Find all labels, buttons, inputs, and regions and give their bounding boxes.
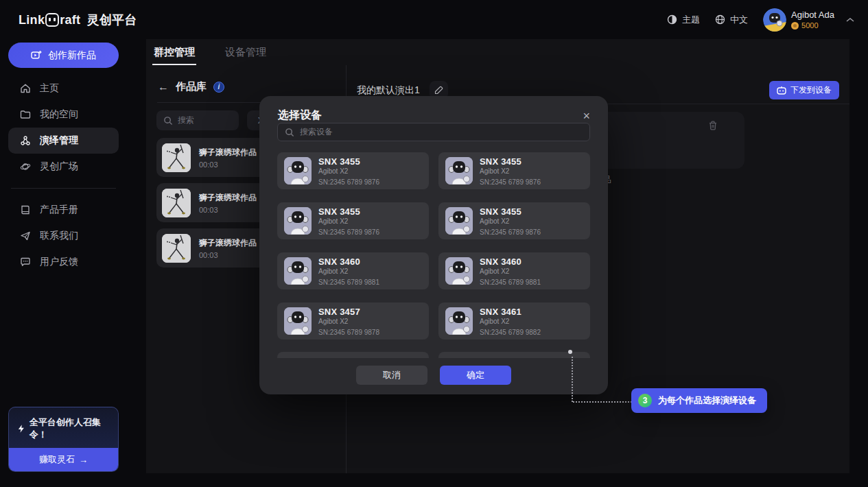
theme-icon bbox=[667, 14, 677, 25]
device-card[interactable]: SNX 3455 Agibot X2 SN:2345 6789 9876 bbox=[438, 152, 590, 189]
logo-cn: 灵创平台 bbox=[86, 12, 137, 28]
sidebar-item-label: 演绎管理 bbox=[40, 134, 78, 147]
coin-count: 5000 bbox=[801, 21, 818, 29]
promo-card: 全平台创作人召集令！ 成为首批"机器人导演"！ 赚取灵石 → bbox=[8, 407, 119, 472]
logo-text-left: Link bbox=[19, 13, 45, 27]
coin-icon bbox=[791, 22, 799, 29]
pencil-icon bbox=[434, 86, 443, 95]
device-name: SNX 3461 bbox=[480, 307, 541, 317]
sidebar: 创作新作品 主页 我的空间 演绎管理 灵创广场 产品手册 联系我们 bbox=[0, 39, 127, 487]
theme-toggle[interactable]: 主题 bbox=[667, 14, 700, 26]
library-title: 作品库 bbox=[176, 80, 207, 93]
modal-title: 选择设备 bbox=[278, 108, 322, 123]
chevron-up-icon[interactable] bbox=[846, 17, 854, 23]
device-search-input[interactable]: 搜索设备 bbox=[277, 123, 590, 141]
robot-avatar bbox=[445, 307, 473, 335]
work-duration: 00:03 bbox=[199, 161, 257, 169]
work-thumbnail bbox=[162, 189, 191, 217]
language-label: 中文 bbox=[730, 14, 748, 26]
paper-plane-icon bbox=[20, 230, 31, 241]
device-name: SNX 3455 bbox=[318, 156, 379, 167]
library-search-input[interactable]: 搜索 bbox=[156, 110, 239, 130]
earn-stones-button[interactable]: 赚取灵石 → bbox=[9, 448, 118, 471]
sidebar-item-label: 我的空间 bbox=[40, 108, 78, 121]
device-sn: SN:2345 6789 9876 bbox=[318, 228, 379, 236]
robot-face-icon bbox=[45, 13, 59, 27]
performance-title: 我的默认演出1 bbox=[357, 84, 420, 97]
device-name: SNX 3460 bbox=[480, 257, 541, 267]
sidebar-item-label: 联系我们 bbox=[40, 230, 78, 242]
confirm-button[interactable]: 确定 bbox=[440, 366, 511, 385]
device-model: Agibot X2 bbox=[318, 167, 379, 175]
device-card[interactable]: SNX 3460 Agibot X2 SN:2345 6789 9881 bbox=[277, 252, 429, 289]
nodes-icon bbox=[20, 135, 31, 146]
book-icon bbox=[20, 204, 31, 215]
sidebar-item-home[interactable]: 主页 bbox=[8, 75, 119, 102]
create-video-icon bbox=[31, 50, 42, 60]
back-arrow-icon[interactable]: ← bbox=[158, 81, 169, 93]
device-card[interactable]: SNX 3455 Agibot X2 SN:2345 6789 9876 bbox=[277, 152, 429, 189]
robot-avatar bbox=[445, 257, 473, 285]
sidebar-item-my-space[interactable]: 我的空间 bbox=[8, 102, 119, 128]
top-bar: Link raft 灵创平台 主题 中文 Agibot Ada 5000 bbox=[0, 0, 868, 39]
avatar bbox=[763, 8, 786, 32]
search-icon bbox=[163, 116, 173, 126]
feedback-comment-icon bbox=[20, 257, 31, 268]
work-thumbnail bbox=[162, 143, 191, 172]
device-card[interactable]: SNX 3455 Agibot X2 SN:2345 6789 9876 bbox=[277, 202, 429, 239]
device-card[interactable]: SNX 3460 Agibot X2 SN:2345 6789 9881 bbox=[438, 252, 590, 289]
sidebar-item-contact-us[interactable]: 联系我们 bbox=[8, 223, 119, 249]
sidebar-item-feedback[interactable]: 用户反馈 bbox=[8, 249, 119, 275]
theme-label: 主题 bbox=[682, 14, 700, 26]
management-tabs: 群控管理 设备管理 bbox=[152, 39, 268, 65]
sidebar-item-label: 产品手册 bbox=[40, 204, 78, 216]
create-new-work-button[interactable]: 创作新作品 bbox=[8, 43, 119, 68]
guide-dotted-line-vertical bbox=[572, 357, 573, 402]
promo-title: 全平台创作人召集令！ bbox=[30, 416, 110, 441]
close-icon[interactable]: × bbox=[583, 110, 590, 122]
robot-avatar bbox=[284, 207, 312, 235]
device-card[interactable]: SNX 3457 Agibot X2 SN:2345 6789 9878 bbox=[277, 302, 429, 340]
search-icon bbox=[285, 128, 294, 137]
device-grid: SNX 3455 Agibot X2 SN:2345 6789 9876 SNX… bbox=[277, 152, 590, 340]
arrow-right-icon: → bbox=[79, 455, 88, 465]
device-card[interactable]: SNX 3461 Agibot X2 SN:2345 6789 9882 bbox=[438, 302, 590, 340]
sidebar-divider bbox=[11, 188, 116, 189]
sidebar-item-plaza[interactable]: 灵创广场 bbox=[8, 154, 119, 180]
lightning-icon bbox=[17, 424, 25, 433]
trash-icon[interactable] bbox=[707, 120, 718, 131]
robot-avatar bbox=[284, 257, 312, 285]
cancel-button[interactable]: 取消 bbox=[356, 366, 427, 385]
robot-avatar bbox=[284, 157, 312, 185]
robot-avatar bbox=[284, 307, 312, 335]
device-model: Agibot X2 bbox=[480, 318, 541, 325]
globe-icon bbox=[715, 14, 725, 25]
deploy-to-device-button[interactable]: 下发到设备 bbox=[769, 81, 839, 99]
tab-group-control[interactable]: 群控管理 bbox=[152, 46, 196, 59]
brand-logo: Link raft 灵创平台 bbox=[19, 12, 137, 28]
sidebar-item-product-manual[interactable]: 产品手册 bbox=[8, 197, 119, 223]
sidebar-item-label: 灵创广场 bbox=[40, 161, 78, 173]
device-sn: SN:2345 6789 9876 bbox=[480, 228, 541, 236]
step-number-badge: 3 bbox=[638, 394, 652, 407]
robot-icon bbox=[777, 86, 786, 95]
device-sn: SN:2345 6789 9881 bbox=[480, 278, 541, 286]
language-switch[interactable]: 中文 bbox=[715, 14, 748, 26]
info-icon[interactable]: i bbox=[213, 82, 224, 93]
tab-device-management[interactable]: 设备管理 bbox=[224, 46, 268, 59]
deploy-label: 下发到设备 bbox=[790, 84, 832, 96]
create-label: 创作新作品 bbox=[48, 49, 96, 62]
device-list-overflow-peek bbox=[277, 352, 590, 358]
onboarding-step-tooltip: 3 为每个作品选择演绎设备 bbox=[631, 388, 767, 413]
work-title: 狮子滚绣球作品 bbox=[199, 237, 257, 249]
device-sn: SN:2345 6789 9876 bbox=[318, 178, 379, 186]
device-model: Agibot X2 bbox=[480, 217, 541, 225]
device-model: Agibot X2 bbox=[318, 268, 379, 275]
guide-anchor-dot bbox=[568, 350, 572, 354]
user-menu[interactable]: Agibot Ada 5000 bbox=[763, 8, 854, 32]
work-title: 狮子滚绣球作品 bbox=[199, 192, 257, 204]
device-card[interactable]: SNX 3455 Agibot X2 SN:2345 6789 9876 bbox=[438, 202, 590, 239]
device-name: SNX 3455 bbox=[480, 206, 541, 217]
tooltip-label: 为每个作品选择演绎设备 bbox=[658, 394, 756, 407]
sidebar-item-performance-management[interactable]: 演绎管理 bbox=[8, 128, 119, 154]
